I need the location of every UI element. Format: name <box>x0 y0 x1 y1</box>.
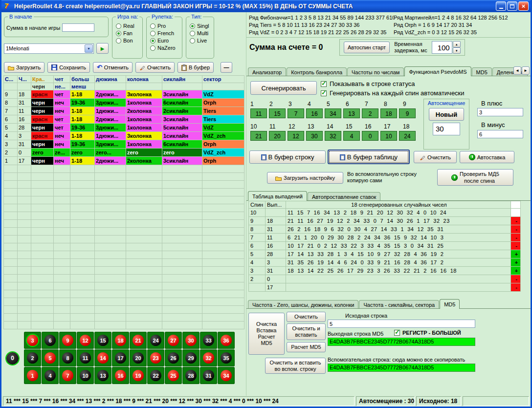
spins-row[interactable]: 20- <box>249 275 521 283</box>
spins-col-spin[interactable]: Спин <box>249 201 266 209</box>
spins-row[interactable]: 1011 15 7 16 34 13 2 18 9 21 20 12 30 32… <box>249 209 521 217</box>
new-shift-button[interactable]: Новый <box>429 108 464 121</box>
spins-col-numbers[interactable]: 18 сгенерированных случайных чисел <box>286 201 511 209</box>
wheel-number-24[interactable]: 24 <box>147 332 164 349</box>
wheel-number-31[interactable]: 31 <box>200 367 217 384</box>
type-option-singl[interactable]: Singl <box>186 21 214 29</box>
wheel-number-4[interactable]: 4 <box>42 367 59 384</box>
wheel-number-35[interactable]: 35 <box>218 349 235 366</box>
history-subheader[interactable] <box>95 83 126 90</box>
history-subheader[interactable] <box>202 83 244 90</box>
history-header[interactable]: сиклайн <box>162 76 202 83</box>
wheel-number-34[interactable]: 34 <box>218 367 235 384</box>
roulette-option-euro[interactable]: Euro <box>147 36 182 43</box>
minimize-button[interactable] <box>496 1 506 11</box>
history-row[interactable]: 528чернчет19-363дюжи...1колонка5сиклайнV… <box>4 124 244 132</box>
game-option-fan[interactable]: Fan <box>112 29 142 36</box>
type-option-live[interactable]: Live <box>186 36 214 43</box>
main-tab-2[interactable]: Частоты по числам <box>347 67 404 76</box>
md5-clear-paste-button[interactable]: Очистить и вставить <box>287 323 326 340</box>
wheel-number-0[interactable]: 0 <box>6 352 19 365</box>
autogenerate-checkbox[interactable]: Генерировать на каждый спин автоматическ… <box>321 89 465 97</box>
history-subheader[interactable] <box>162 83 202 90</box>
main-tab-4[interactable]: MD5 <box>472 67 492 76</box>
wheel-number-32[interactable]: 32 <box>200 349 217 366</box>
history-row[interactable]: 616краснчет1-182дюжи...1колонка3сиклайнT… <box>4 115 244 124</box>
wheel-number-5[interactable]: 5 <box>42 349 59 366</box>
spins-row[interactable]: 7116 21 1 20 0 29 30 28 2 24 34 36 15 9 … <box>249 234 521 242</box>
roulette-option-nazero[interactable]: NaZero <box>147 43 182 51</box>
wheel-number-22[interactable]: 22 <box>147 367 164 384</box>
history-row[interactable]: 711черннеч1-181дюжи...2колонка2сиклайнTi… <box>4 107 244 115</box>
game-option-bon[interactable]: Bon <box>112 36 142 43</box>
wheel-number-8[interactable]: 8 <box>59 349 76 366</box>
history-subheader[interactable] <box>126 83 162 90</box>
wheel-number-6[interactable]: 6 <box>42 332 59 349</box>
spins-row[interactable]: 91821 11 16 27 19 12 2 34 33 0 7 14 30 2… <box>249 217 521 225</box>
spins-row[interactable]: 33118 13 14 22 25 26 17 29 23 3 26 33 22… <box>249 267 521 275</box>
wheel-number-21[interactable]: 21 <box>130 332 147 349</box>
history-row[interactable]: 117черннеч1-182дюжи...2колонка3сиклайнOr… <box>4 157 244 165</box>
history-header[interactable]: дюжина <box>95 76 126 83</box>
md5-aux-field[interactable]: E4DA3B7FBBCE2345D7772B0674A318D5 <box>328 364 475 372</box>
preset-combobox[interactable]: 1Melonati ▼ <box>4 43 94 54</box>
wheel-number-20[interactable]: 20 <box>130 349 147 366</box>
history-header[interactable]: сектор <box>202 76 244 83</box>
freq-tab-1[interactable]: Частота - сиклайны, сектора <box>359 300 439 308</box>
history-header[interactable]: больш <box>70 76 95 83</box>
clear-button[interactable]: Очистить <box>135 62 175 73</box>
md5-big-button[interactable]: Очистка Вставка Расчет MD5 <box>248 313 285 355</box>
wheel-number-26[interactable]: 26 <box>165 349 182 366</box>
collapse-button[interactable]: — <box>221 62 232 73</box>
generate-button[interactable]: Сгенерировать <box>250 81 317 95</box>
save-button[interactable]: Сохранить <box>47 62 90 73</box>
history-header[interactable]: Кра.. <box>31 76 54 83</box>
history-subheader[interactable]: черн <box>31 83 54 90</box>
minus-input[interactable] <box>477 130 523 138</box>
history-subheader[interactable]: менш <box>70 83 95 90</box>
wheel-number-17[interactable]: 17 <box>112 349 129 366</box>
main-tab-3[interactable]: Функционал PsevdoMS <box>404 66 471 76</box>
spins-row[interactable]: 17- <box>249 283 521 292</box>
roulette-option-french[interactable]: French <box>147 29 182 36</box>
wheel-number-27[interactable]: 27 <box>165 332 182 349</box>
check-md5-button[interactable]: Проверить МД5 после спина <box>437 169 513 186</box>
history-header[interactable]: Ч... <box>18 76 31 83</box>
history-row[interactable]: 831черннеч19-363дюжи...1колонка6сиклайнO… <box>4 99 244 107</box>
pseudo-clear-button[interactable]: Очистить <box>414 151 457 163</box>
wheel-number-29[interactable]: 29 <box>182 349 200 366</box>
wheel-number-13[interactable]: 13 <box>94 367 111 384</box>
md5-clear-paste-aux-button[interactable]: Очистить и вставить во вспом. строку <box>265 358 326 374</box>
main-tab-1[interactable]: Контроль банкролла <box>287 67 347 76</box>
wheel-number-19[interactable]: 19 <box>130 367 147 384</box>
history-header[interactable]: С... <box>4 76 18 83</box>
copy-table-button[interactable]: В буфер таблицу <box>328 150 410 164</box>
start-sum-input[interactable] <box>62 23 94 32</box>
history-header[interactable]: колонка <box>126 76 162 83</box>
wheel-number-16[interactable]: 16 <box>112 367 129 384</box>
delay-spinner[interactable]: 100 ▲ ▼ <box>432 41 461 54</box>
copy-buffer-button[interactable]: В буфер <box>177 62 214 73</box>
wheel-number-10[interactable]: 10 <box>77 367 94 384</box>
md5-clear-button[interactable]: Очистить <box>287 312 326 322</box>
freq-tab-2[interactable]: MD5 <box>440 299 460 309</box>
spins-tab-1[interactable]: Автопроставление ставок <box>308 192 380 200</box>
md5-source-input[interactable] <box>328 320 475 328</box>
autoshift-value[interactable]: 30 <box>433 123 460 135</box>
copy-row-button[interactable]: В буфер строку <box>249 150 326 164</box>
spins-col-result[interactable]: Вып... <box>266 201 286 209</box>
tab-scroll-right-button[interactable]: ► <box>522 66 530 75</box>
wheel-number-12[interactable]: 12 <box>77 332 94 349</box>
wheel-number-28[interactable]: 28 <box>182 367 200 384</box>
maximize-button[interactable] <box>507 1 517 11</box>
close-button[interactable]: × <box>518 1 529 11</box>
wheel-number-9[interactable]: 9 <box>59 332 76 349</box>
load-button[interactable]: Загрузить <box>4 62 44 73</box>
wheel-number-7[interactable]: 7 <box>59 367 76 384</box>
roulette-option-pro[interactable]: Pro <box>147 21 182 29</box>
wheel-number-18[interactable]: 18 <box>112 332 129 349</box>
history-row[interactable]: 43красннеч1-181дюжи...3колонка1сиклайнVd… <box>4 132 244 140</box>
spins-row[interactable]: 52817 14 13 33 28 1 3 4 15 10 9 27 32 28… <box>249 250 521 258</box>
wheel-number-14[interactable]: 14 <box>94 349 111 366</box>
plus-input[interactable] <box>477 108 523 116</box>
